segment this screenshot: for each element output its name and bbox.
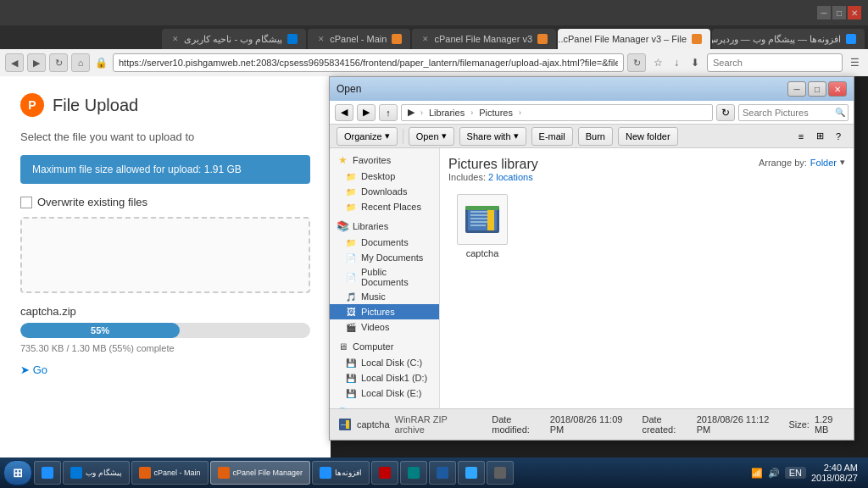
taskbar-cpanel-icon xyxy=(139,467,151,479)
fp-burn-button[interactable]: Burn xyxy=(578,127,613,146)
taskbar-item-pishgam[interactable]: پیشگام وب xyxy=(63,461,130,485)
fp-view-icons: ≡ ⊞ ? xyxy=(793,128,847,145)
fp-desktop-icon: 📁 xyxy=(345,170,357,182)
taskbar-item-word[interactable] xyxy=(429,461,456,485)
fp-pictures-item[interactable]: 🖼 Pictures xyxy=(330,304,439,319)
tab-filemanager[interactable]: cPanel File Manager v3 ✕ xyxy=(412,29,556,49)
fp-footer-date-mod-label: Date modified: xyxy=(492,414,545,435)
file-picker-dialog: Open ─ □ ✕ ◀ ▶ ↑ ▶ › Libraries › Picture… xyxy=(329,76,854,441)
search-input[interactable] xyxy=(707,53,843,72)
fp-path-segment-root[interactable]: ▶ xyxy=(405,106,417,119)
refresh-button[interactable]: ↻ xyxy=(49,53,68,72)
tab-pishgam[interactable]: پیشگام وب - ناحیه کاربری ✕ xyxy=(162,29,306,49)
go-button[interactable]: ➤ Go xyxy=(20,363,47,376)
fp-computer-group[interactable]: 🖥 Computer xyxy=(330,338,439,355)
fp-path-segment-libraries[interactable]: Libraries xyxy=(426,107,467,119)
fp-open-button[interactable]: Open ▾ xyxy=(409,127,454,146)
taskbar-item-photoshop[interactable] xyxy=(458,461,485,485)
fp-help-button[interactable]: ? xyxy=(830,128,847,145)
fp-path-arrow-3: › xyxy=(519,108,521,117)
overwrite-checkbox[interactable] xyxy=(20,197,32,208)
fp-recentplaces-item[interactable]: 📁 Recent Places xyxy=(330,199,439,214)
fp-share-button[interactable]: Share with ▾ xyxy=(459,127,526,146)
tab-close-cpanel-main[interactable]: ✕ xyxy=(318,35,325,43)
main-area: P File Upload Select the file you want t… xyxy=(0,76,868,488)
fp-diskd-item[interactable]: 💾 Local Disk1 (D:) xyxy=(330,370,439,385)
drop-zone[interactable] xyxy=(20,217,310,293)
close-button[interactable]: ✕ xyxy=(848,6,861,19)
fp-minimize-button[interactable]: ─ xyxy=(787,81,806,97)
forward-button[interactable]: ▶ xyxy=(27,53,46,72)
fp-publicdocs-item[interactable]: 📄 Public Documents xyxy=(330,265,439,289)
fp-desktop-item[interactable]: 📁 Desktop xyxy=(330,169,439,184)
fp-libraries-group[interactable]: 📚 Libraries xyxy=(330,218,439,235)
tab-persian[interactable]: افزونه‌ها — پیشگام وب — وردپرس ✕ xyxy=(712,29,865,49)
fp-refresh-button[interactable]: ↻ xyxy=(716,104,735,121)
tab-filemanager-active[interactable]: cPanel File Manager v3 – File... ✕ xyxy=(558,29,710,49)
home-button[interactable]: ⌂ xyxy=(71,53,90,72)
tab-cpanel-main[interactable]: cPanel - Main ✕ xyxy=(308,29,410,49)
start-button[interactable]: ⊞ xyxy=(3,460,32,485)
fp-sidebar: ★ Favorites 📁 Desktop 📁 Downloads 📁 Rece… xyxy=(330,148,440,408)
fp-search-input[interactable] xyxy=(738,104,849,121)
minimize-button[interactable]: ─ xyxy=(817,6,831,19)
fp-title: Open xyxy=(337,83,361,95)
fp-favorites-label: Favorites xyxy=(353,155,391,165)
fp-mydocuments-item[interactable]: 📄 My Documents xyxy=(330,250,439,265)
fp-recentplaces-icon: 📁 xyxy=(345,201,357,213)
fp-diskc-item[interactable]: 💾 Local Disk (C:) xyxy=(330,355,439,370)
taskbar-item-telegram[interactable] xyxy=(400,461,427,485)
fp-documents-item[interactable]: 📁 Documents xyxy=(330,235,439,250)
fp-view-tiles-button[interactable]: ⊞ xyxy=(811,128,828,145)
tray-lang[interactable]: EN xyxy=(785,467,806,479)
fp-diske-item[interactable]: 💾 Local Disk (E:) xyxy=(330,385,439,401)
taskbar-item-video[interactable] xyxy=(487,461,514,485)
fp-favorites-group[interactable]: ★ Favorites xyxy=(330,152,439,169)
address-bar: ◀ ▶ ↻ ⌂ 🔒 ↻ ☆ ↓ ⬇ ☰ xyxy=(0,49,868,76)
svg-rect-4 xyxy=(470,218,487,219)
fp-up-button[interactable]: ↑ xyxy=(379,104,398,121)
tab-favicon-filemanager xyxy=(537,34,548,44)
fp-library-title-block: Pictures library Includes: 2 locations xyxy=(448,157,538,182)
bookmark-button[interactable]: ↓ xyxy=(668,54,685,71)
fp-pictures-label: Pictures xyxy=(361,307,395,317)
taskbar-item-ie[interactable] xyxy=(34,461,61,485)
progress-label: 55% xyxy=(91,325,109,336)
tray-clock[interactable]: 2:40 AM 2018/08/27 xyxy=(811,463,858,483)
menu-button[interactable]: ☰ xyxy=(846,54,863,71)
fp-newfolder-button[interactable]: New folder xyxy=(618,127,678,146)
fp-music-item[interactable]: 🎵 Music xyxy=(330,289,439,304)
fp-email-button[interactable]: E-mail xyxy=(531,127,573,146)
fp-newfolder-label: New folder xyxy=(626,131,670,141)
tab-close-pishgam[interactable]: ✕ xyxy=(172,35,179,43)
taskbar-item-cpanel[interactable]: cPanel - Main xyxy=(131,461,209,485)
fp-restore-button[interactable]: □ xyxy=(808,81,826,97)
maximize-button[interactable]: □ xyxy=(832,6,846,19)
fp-close-button[interactable]: ✕ xyxy=(828,81,847,97)
fp-back-button[interactable]: ◀ xyxy=(335,104,353,121)
back-button[interactable]: ◀ xyxy=(5,53,24,72)
tab-close-filemanager[interactable]: ✕ xyxy=(422,35,429,43)
fp-library-locations-link[interactable]: 2 locations xyxy=(488,172,533,182)
fp-arrange-value[interactable]: Folder xyxy=(810,158,837,168)
fp-forward-button[interactable]: ▶ xyxy=(357,104,376,121)
fp-downloads-icon: 📁 xyxy=(345,186,357,197)
fp-open-arrow: ▾ xyxy=(442,130,447,141)
reload-button[interactable]: ↻ xyxy=(627,53,646,72)
taskbar-filemanager-label: cPanel File Manager xyxy=(233,469,303,477)
star-button[interactable]: ☆ xyxy=(649,54,666,71)
download-button[interactable]: ⬇ xyxy=(687,54,704,71)
go-button-label: Go xyxy=(33,363,47,376)
taskbar-tray: 📶 🔊 EN 2:40 AM 2018/08/27 xyxy=(744,463,865,483)
fp-file-item-captcha[interactable]: captcha xyxy=(448,191,516,262)
fp-view-details-button[interactable]: ≡ xyxy=(793,128,810,145)
fp-videos-item[interactable]: 🎬 Videos xyxy=(330,319,439,335)
taskbar-item-opera[interactable] xyxy=(371,461,398,485)
fp-path-segment-pictures[interactable]: Pictures xyxy=(476,107,515,119)
fp-organize-label: Organize xyxy=(344,131,382,141)
fp-organize-button[interactable]: Organize ▾ xyxy=(337,127,398,146)
taskbar-item-wordpress[interactable]: افزونه‌ها xyxy=(312,461,370,485)
url-bar[interactable] xyxy=(113,53,624,72)
taskbar-item-filemanager[interactable]: cPanel File Manager xyxy=(210,461,311,485)
fp-downloads-item[interactable]: 📁 Downloads xyxy=(330,184,439,199)
